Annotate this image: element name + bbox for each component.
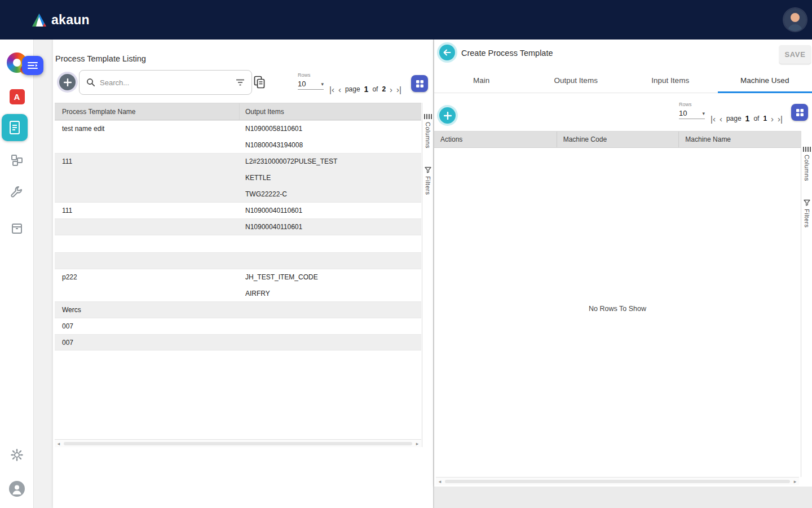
first-page-button[interactable]: |‹ (710, 115, 716, 123)
listing-table-body: test name edit N10900058110601 N10800043… (55, 120, 421, 351)
column-header-machine-code[interactable]: Machine Code (557, 132, 679, 147)
tab-input-items[interactable]: Input Items (623, 68, 718, 93)
table-row[interactable]: TWG22222-C (55, 186, 421, 202)
tab-main[interactable]: Main (434, 68, 529, 93)
table-row[interactable] (55, 252, 421, 269)
columns-tab[interactable]: Columns (804, 155, 810, 181)
add-template-button[interactable] (59, 74, 76, 90)
nav-machines[interactable] (0, 154, 34, 167)
first-page-button[interactable]: |‹ (329, 85, 334, 94)
search-input[interactable] (100, 78, 231, 87)
columns-icon[interactable] (424, 114, 432, 119)
scrollbar-thumb[interactable] (445, 480, 790, 483)
expand-menu-button[interactable] (22, 56, 43, 75)
prev-page-button[interactable]: ‹ (720, 115, 722, 123)
machine-table-header: Actions Machine Code Machine Name (434, 131, 801, 148)
document-icon (2, 114, 28, 141)
page-label: page (726, 115, 742, 122)
rows-label: Rows (679, 102, 708, 107)
tab-machine-used[interactable]: Machine Used (718, 68, 812, 93)
next-page-button[interactable]: › (390, 85, 392, 94)
rows-per-page-select[interactable]: 10 ▾ (298, 80, 324, 90)
scrollbar-track[interactable] (444, 479, 791, 484)
grid-view-button[interactable] (411, 75, 428, 92)
table-row[interactable]: Wercs (55, 301, 421, 318)
pagination: |‹ ‹ page 1 of 2 › ›| (329, 85, 401, 94)
cell-template-name: 007 (55, 322, 240, 330)
column-header-output-items[interactable]: Output Items (240, 103, 421, 120)
grid-view-button[interactable] (791, 104, 808, 121)
table-row[interactable] (55, 235, 421, 252)
table-row[interactable]: AIRFRY (55, 285, 421, 301)
scroll-right-arrow[interactable]: ▸ (791, 478, 799, 485)
table-row[interactable]: N10800043194008 (55, 137, 421, 153)
table-row[interactable]: N10900040110601 (55, 218, 421, 235)
cell-output-item: TWG22222-C (240, 190, 421, 198)
nav-profile[interactable] (0, 481, 34, 497)
back-button[interactable] (439, 45, 455, 60)
columns-tab[interactable]: Columns (425, 122, 431, 148)
nav-settings[interactable] (0, 448, 34, 462)
tab-output-items[interactable]: Output Items (529, 68, 624, 93)
logo-triangle-icon (32, 13, 47, 27)
table-row[interactable]: 111 N10900040110601 (55, 202, 421, 218)
scroll-right-arrow[interactable]: ▸ (413, 440, 421, 448)
rows-per-page-select[interactable]: 10 ▾ (679, 109, 705, 119)
rows-per-page-value: 10 (298, 80, 306, 88)
filters-tab[interactable]: Filters (804, 209, 810, 227)
last-page-button[interactable]: ›| (778, 115, 783, 123)
page-title: Process Template Listing (55, 54, 146, 63)
table-row[interactable]: 007 (55, 334, 421, 351)
grid-side-toolbar: Columns Filters (422, 103, 433, 447)
filter-list-icon[interactable] (236, 78, 245, 86)
filters-icon[interactable] (804, 199, 810, 206)
expand-menu-icon (27, 61, 38, 70)
cell-template-name: 007 (55, 339, 240, 347)
top-bar: akaun (0, 0, 812, 40)
tab-label: Input Items (651, 76, 689, 85)
nav-pdf[interactable]: A (0, 89, 34, 104)
cell-template-name: Wercs (55, 306, 240, 314)
prev-page-button[interactable]: ‹ (338, 85, 341, 94)
horizontal-scrollbar: ◂ ▸ (55, 439, 421, 447)
duplicate-form-icon[interactable] (254, 76, 266, 89)
table-row[interactable]: 007 (55, 318, 421, 334)
machines-icon (10, 154, 24, 167)
user-avatar[interactable] (784, 8, 806, 31)
cell-template-name: 111 (55, 207, 240, 214)
table-row[interactable]: test name edit N10900058110601 (55, 120, 421, 137)
create-process-template-panel: Create Process Template SAVE Main Output… (434, 40, 812, 487)
inventory-box-icon (11, 221, 23, 235)
cell-template-name: test name edit (55, 125, 240, 133)
avatar-photo-icon (784, 8, 806, 31)
add-machine-button[interactable] (439, 107, 456, 124)
table-row[interactable]: p222 JH_TEST_ITEM_CODE (55, 269, 421, 285)
app-logo[interactable]: akaun (32, 12, 90, 28)
filters-icon[interactable] (425, 167, 431, 173)
nav-documents-active[interactable] (0, 114, 32, 141)
tab-label: Machine Used (740, 76, 789, 85)
nav-inventory[interactable] (0, 221, 34, 235)
page-label: page (345, 85, 360, 93)
cell-output-item: N10900058110601 (240, 125, 421, 133)
scroll-left-arrow[interactable]: ◂ (436, 478, 444, 485)
save-button[interactable]: SAVE (779, 45, 811, 64)
last-page-button[interactable]: ›| (396, 85, 401, 94)
next-page-button[interactable]: › (771, 115, 774, 123)
scrollbar-track[interactable] (63, 441, 413, 446)
cell-output-item: N10900040110601 (240, 207, 421, 214)
nav-tools[interactable] (0, 186, 34, 200)
column-header-actions[interactable]: Actions (434, 132, 557, 147)
table-row[interactable]: 111 L2#2310000072PULSE_TEST (55, 153, 421, 169)
wrench-icon (10, 186, 24, 200)
scrollbar-thumb[interactable] (64, 442, 412, 445)
filters-tab[interactable]: Filters (425, 176, 431, 195)
scroll-left-arrow[interactable]: ◂ (55, 440, 63, 448)
total-pages: 2 (382, 85, 386, 93)
columns-icon[interactable] (803, 147, 811, 152)
search-icon (86, 78, 95, 87)
table-row[interactable]: KETTLE (55, 169, 421, 186)
column-header-machine-name[interactable]: Machine Name (678, 132, 801, 147)
cell-template-name: 111 (55, 157, 240, 165)
column-header-template-name[interactable]: Process Template Name (55, 103, 240, 120)
